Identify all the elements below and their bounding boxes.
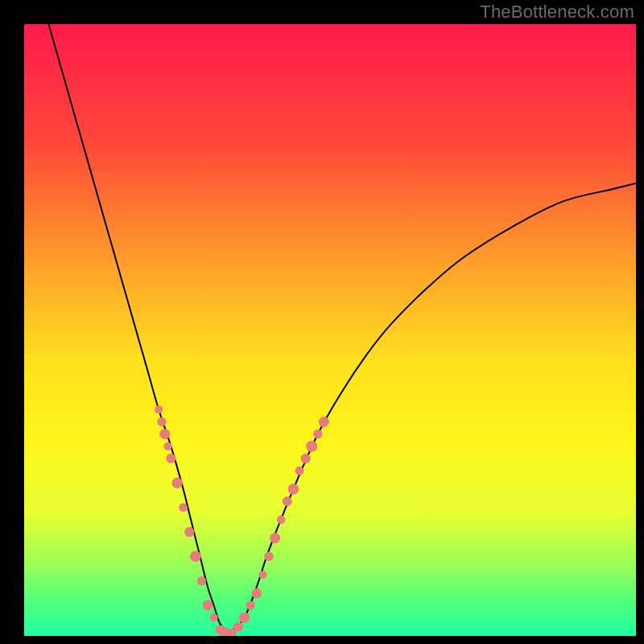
marker-dot (313, 430, 322, 439)
marker-dot (203, 601, 213, 611)
marker-dot (233, 622, 243, 632)
marker-dot (246, 601, 255, 609)
marker-dot (306, 440, 317, 452)
marker-dot (166, 454, 175, 464)
marker-dot (319, 417, 329, 427)
marker-dot (157, 417, 166, 426)
marker-dot (210, 613, 218, 621)
marker-dot (239, 612, 250, 623)
marker-dot (159, 429, 170, 440)
marker-dot (252, 588, 262, 599)
attribution-text: TheBottleneck.com (480, 2, 634, 23)
marker-dot (179, 503, 188, 512)
marker-dot (171, 477, 182, 488)
marker-dot (270, 533, 280, 543)
gradient-background (24, 24, 636, 636)
marker-dot (190, 551, 201, 562)
marker-dot (258, 571, 266, 579)
chart-frame (24, 24, 636, 636)
marker-dot (295, 466, 304, 475)
marker-dot (288, 484, 299, 495)
marker-dot (155, 406, 163, 414)
marker-dot (300, 453, 310, 463)
marker-dot (163, 442, 171, 450)
marker-dot (277, 515, 286, 524)
marker-dot (283, 497, 292, 506)
marker-dot (197, 576, 206, 585)
marker-dot (184, 527, 194, 537)
bottleneck-chart (24, 24, 636, 636)
marker-dot (264, 551, 274, 561)
